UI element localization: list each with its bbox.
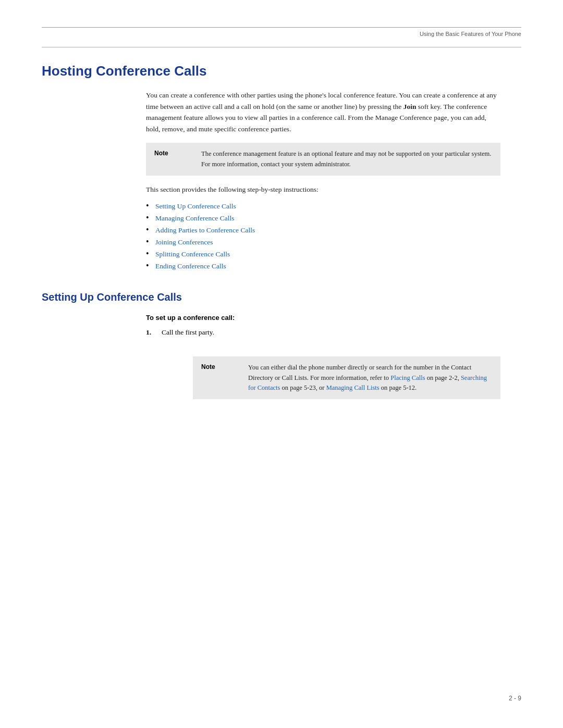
link-setting-up[interactable]: Setting Up Conference Calls (155, 202, 236, 211)
hosting-content: You can create a conference with other p… (146, 90, 500, 270)
link-splitting[interactable]: Splitting Conference Calls (155, 250, 230, 258)
setup-note-box: Note You can either dial the phone numbe… (146, 348, 500, 408)
list-item: Managing Conference Calls (146, 214, 500, 223)
header-text: Using the Basic Features of Your Phone (420, 31, 521, 37)
hosting-note-box: Note The conference management feature i… (146, 143, 500, 176)
hosting-note-label: Note (154, 149, 201, 157)
step-text: Call the first party. (162, 327, 214, 338)
list-item: Joining Conferences (146, 238, 500, 246)
hosting-note-text: The conference management feature is an … (201, 149, 492, 169)
link-managing-call-lists[interactable]: Managing Call Lists (326, 384, 380, 391)
setup-note-container: Note You can either dial the phone numbe… (193, 356, 500, 399)
link-placing-calls[interactable]: Placing Calls (390, 374, 425, 381)
steps-list: 1. Call the first party. (146, 327, 500, 338)
setting-up-title: Setting Up Conference Calls (42, 291, 521, 303)
list-item: Ending Conference Calls (146, 262, 500, 270)
hosting-body: You can create a conference with other p… (146, 90, 500, 134)
link-adding-parties[interactable]: Adding Parties to Conference Calls (155, 226, 255, 235)
setting-up-content: To set up a conference call: 1. Call the… (146, 314, 500, 408)
header-divider (42, 47, 521, 47)
hosting-title: Hosting Conference Calls (42, 63, 521, 79)
link-managing[interactable]: Managing Conference Calls (155, 214, 234, 223)
link-joining[interactable]: Joining Conferences (155, 238, 213, 246)
step-1: 1. Call the first party. (146, 327, 500, 338)
main-content: Hosting Conference Calls You can create … (42, 63, 521, 408)
intro-text: This section provides the following step… (146, 184, 500, 195)
list-item: Adding Parties to Conference Calls (146, 226, 500, 235)
page-header: Using the Basic Features of Your Phone (42, 27, 521, 37)
list-item: Splitting Conference Calls (146, 250, 500, 258)
page: Using the Basic Features of Your Phone H… (0, 0, 563, 728)
toc-list: Setting Up Conference Calls Managing Con… (146, 202, 500, 270)
step-number: 1. (146, 327, 156, 338)
procedure-label: To set up a conference call: (146, 314, 500, 322)
page-number: 2 - 9 (509, 695, 521, 702)
setup-note-label: Note (201, 363, 248, 371)
link-ending[interactable]: Ending Conference Calls (155, 262, 226, 270)
list-item: Setting Up Conference Calls (146, 202, 500, 211)
setup-note-text: You can either dial the phone number dir… (248, 363, 492, 393)
